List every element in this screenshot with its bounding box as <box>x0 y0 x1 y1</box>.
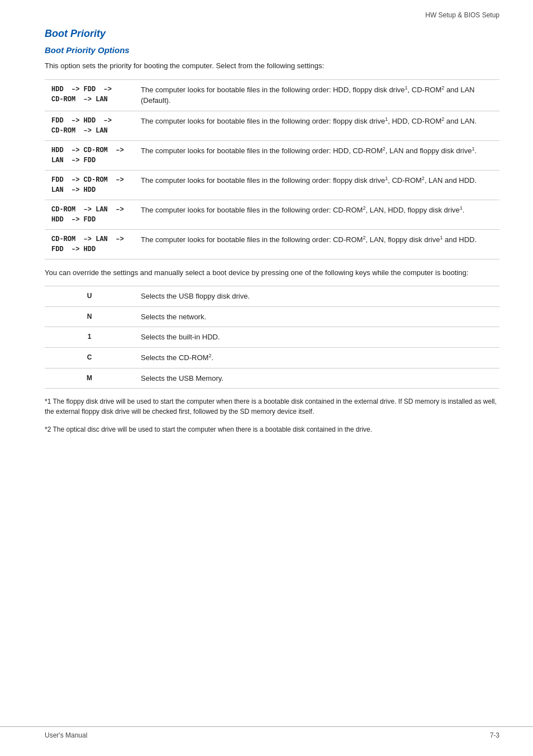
boot-option-row: HDD –> FDD –> CD-ROM –> LANThe computer … <box>45 79 499 111</box>
key-option-desc: Selects the network. <box>134 306 499 327</box>
boot-option-key: FDD –> CD-ROM –> LAN –> HDD <box>45 170 134 200</box>
subsection-title: Boot Priority Options <box>45 45 499 55</box>
key-option-desc: Selects the USB Memory. <box>134 368 499 389</box>
key-option-desc: Selects the built-in HDD. <box>134 327 499 348</box>
key-option-row: CSelects the CD-ROM2. <box>45 347 499 368</box>
key-option-desc: Selects the CD-ROM2. <box>134 347 499 368</box>
boot-option-desc: The computer looks for bootable files in… <box>134 229 499 259</box>
boot-option-key: CD-ROM –> LAN –> HDD –> FDD <box>45 200 134 229</box>
key-option-row: 1Selects the built-in HDD. <box>45 327 499 348</box>
key-option-key: U <box>45 286 134 307</box>
page-content: HW Setup & BIOS Setup Boot Priority Boot… <box>0 0 533 468</box>
boot-option-desc: The computer looks for bootable files in… <box>134 170 499 200</box>
boot-option-desc: The computer looks for bootable files in… <box>134 111 499 140</box>
boot-option-desc: The computer looks for bootable files in… <box>134 79 499 111</box>
key-option-key: M <box>45 368 134 389</box>
boot-option-key: FDD –> HDD –> CD-ROM –> LAN <box>45 111 134 140</box>
boot-option-key: HDD –> FDD –> CD-ROM –> LAN <box>45 79 134 111</box>
boot-option-key: CD-ROM –> LAN –> FDD –> HDD <box>45 229 134 259</box>
section-title: Boot Priority <box>45 28 499 40</box>
key-option-key: 1 <box>45 327 134 348</box>
footnote: *2 The optical disc drive will be used t… <box>45 424 499 434</box>
key-option-row: USelects the USB floppy disk drive. <box>45 286 499 307</box>
header-text: HW Setup & BIOS Setup <box>425 11 499 19</box>
boot-option-row: CD-ROM –> LAN –> FDD –> HDDThe computer … <box>45 229 499 259</box>
key-option-key: C <box>45 347 134 368</box>
footer-left: User's Manual <box>45 731 87 739</box>
boot-option-key: HDD –> CD-ROM –> LAN –> FDD <box>45 140 134 170</box>
key-option-desc: Selects the USB floppy disk drive. <box>134 286 499 307</box>
override-text: You can override the settings and manual… <box>45 267 499 278</box>
key-options-table: USelects the USB floppy disk drive.NSele… <box>45 286 499 389</box>
boot-option-desc: The computer looks for bootable files in… <box>134 140 499 170</box>
intro-text: This option sets the priority for bootin… <box>45 60 499 72</box>
boot-option-row: CD-ROM –> LAN –> HDD –> FDDThe computer … <box>45 200 499 229</box>
header-label: HW Setup & BIOS Setup <box>425 11 499 19</box>
key-option-row: NSelects the network. <box>45 306 499 327</box>
key-option-row: MSelects the USB Memory. <box>45 368 499 389</box>
footer: User's Manual 7-3 <box>0 726 533 739</box>
boot-options-table: HDD –> FDD –> CD-ROM –> LANThe computer … <box>45 79 499 259</box>
boot-option-row: FDD –> CD-ROM –> LAN –> HDDThe computer … <box>45 170 499 200</box>
key-option-key: N <box>45 306 134 327</box>
footnote: *1 The floppy disk drive will be used to… <box>45 396 499 417</box>
boot-option-row: HDD –> CD-ROM –> LAN –> FDDThe computer … <box>45 140 499 170</box>
footer-right: 7-3 <box>490 731 499 739</box>
boot-option-row: FDD –> HDD –> CD-ROM –> LANThe computer … <box>45 111 499 140</box>
boot-option-desc: The computer looks for bootable files in… <box>134 200 499 229</box>
footnotes: *1 The floppy disk drive will be used to… <box>45 396 499 434</box>
